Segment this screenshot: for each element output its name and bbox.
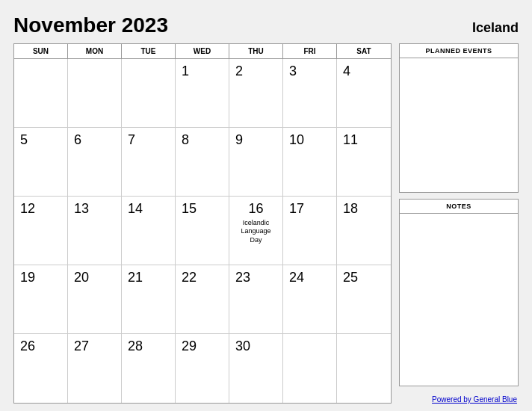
day-number: 25 — [343, 270, 358, 286]
day-number: 7 — [128, 132, 135, 149]
main-content: SUNMONTUEWEDTHUFRISAT 123456789101112131… — [13, 43, 519, 404]
cal-cell: 23 — [229, 265, 283, 334]
day-number: 26 — [20, 339, 35, 355]
cal-cell: 6 — [68, 128, 122, 197]
day-number: 14 — [128, 201, 143, 217]
planned-events-body — [400, 58, 518, 188]
cal-cell: 5 — [14, 128, 68, 197]
cal-cell — [122, 59, 176, 128]
day-number: 4 — [343, 64, 350, 80]
day-headers: SUNMONTUEWEDTHUFRISAT — [14, 44, 391, 59]
day-header-thu: THU — [229, 44, 283, 58]
event-text: IcelandicLanguage Day — [235, 219, 276, 245]
calendar-page: November 2023 Iceland SUNMONTUEWEDTHUFRI… — [0, 0, 532, 411]
cal-cell: 30 — [229, 334, 283, 403]
day-number: 22 — [182, 270, 197, 286]
side-section: PLANNED EVENTS NOTES Powered by General … — [399, 43, 519, 404]
day-number: 2 — [235, 64, 243, 80]
cal-cell: 19 — [14, 265, 68, 334]
calendar-section: SUNMONTUEWEDTHUFRISAT 123456789101112131… — [13, 43, 392, 404]
month-title: November 2023 — [13, 13, 168, 37]
day-number: 28 — [128, 339, 143, 355]
cal-cell: 15 — [176, 197, 229, 265]
planned-events-header: PLANNED EVENTS — [400, 44, 518, 58]
cal-cell: 12 — [14, 197, 68, 265]
day-number: 17 — [289, 201, 304, 217]
day-number: 27 — [74, 339, 89, 355]
cal-cell: 4 — [337, 59, 391, 128]
cal-cell: 13 — [68, 197, 122, 265]
day-number: 30 — [235, 339, 250, 355]
cal-cell — [283, 334, 337, 403]
cal-cell: 27 — [68, 334, 122, 403]
country-title: Iceland — [472, 20, 519, 36]
day-number: 3 — [289, 64, 297, 80]
day-number: 11 — [343, 132, 358, 149]
cal-cell: 21 — [122, 265, 176, 334]
cal-cell: 28 — [122, 334, 176, 403]
day-header-fri: FRI — [283, 44, 337, 58]
day-header-sat: SAT — [337, 44, 391, 58]
day-header-sun: SUN — [14, 44, 68, 58]
day-number: 29 — [182, 339, 197, 355]
day-number: 10 — [289, 132, 304, 149]
day-number: 16 — [248, 201, 263, 217]
cal-cell: 29 — [176, 334, 229, 403]
day-number: 5 — [20, 132, 28, 149]
cal-cell: 11 — [337, 128, 391, 197]
day-number: 20 — [74, 270, 89, 286]
cal-cell: 1 — [176, 59, 229, 128]
cal-cell: 25 — [337, 265, 391, 334]
cal-cell — [68, 59, 122, 128]
day-number: 13 — [74, 201, 89, 217]
day-number: 23 — [235, 270, 250, 286]
powered-by: Powered by General Blue — [399, 395, 519, 404]
day-number: 18 — [343, 201, 358, 217]
day-number: 8 — [182, 132, 189, 149]
cal-cell: 7 — [122, 128, 176, 197]
cal-cell: 17 — [283, 197, 337, 265]
cal-cell: 8 — [176, 128, 229, 197]
day-number: 15 — [182, 201, 197, 217]
cal-cell: 14 — [122, 197, 176, 265]
cal-cell: 10 — [283, 128, 337, 197]
day-header-mon: MON — [68, 44, 122, 58]
day-number: 6 — [74, 132, 81, 149]
day-number: 1 — [182, 64, 189, 80]
cal-cell — [337, 334, 391, 403]
header: November 2023 Iceland — [13, 13, 519, 37]
cal-cell: 26 — [14, 334, 68, 403]
day-number: 19 — [20, 270, 35, 286]
cal-cell — [14, 59, 68, 128]
cal-cell: 3 — [283, 59, 337, 128]
cal-cell: 9 — [229, 128, 283, 197]
day-number: 21 — [128, 270, 143, 286]
powered-by-link[interactable]: Powered by General Blue — [432, 395, 517, 404]
notes-box: NOTES — [399, 199, 519, 386]
cal-cell: 18 — [337, 197, 391, 265]
day-number: 24 — [289, 270, 304, 286]
cal-cell: 24 — [283, 265, 337, 334]
cal-cell: 20 — [68, 265, 122, 334]
cal-cell: 16IcelandicLanguage Day — [229, 197, 283, 265]
cal-cell: 2 — [229, 59, 283, 128]
notes-header: NOTES — [400, 200, 518, 214]
planned-events-box: PLANNED EVENTS — [399, 43, 519, 193]
day-header-wed: WED — [176, 44, 229, 58]
day-number: 9 — [235, 132, 243, 149]
day-header-tue: TUE — [122, 44, 176, 58]
cal-cell: 22 — [176, 265, 229, 334]
calendar-grid: 12345678910111213141516IcelandicLanguage… — [14, 59, 391, 403]
notes-body — [400, 214, 518, 382]
day-number: 12 — [20, 201, 35, 217]
